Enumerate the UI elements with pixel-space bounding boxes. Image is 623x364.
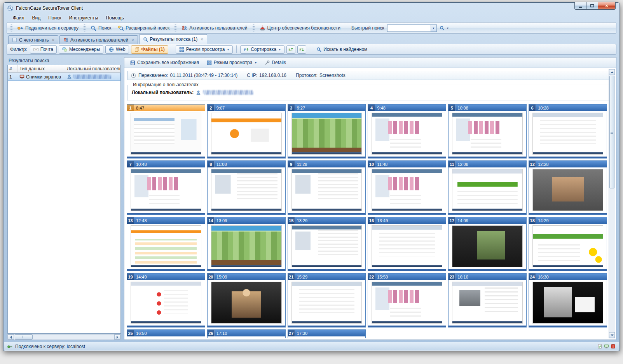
column-header-num[interactable]: #: [8, 65, 18, 72]
screenshot-thumbnail[interactable]: 17 14:09: [448, 217, 527, 271]
column-header-type[interactable]: Тип данных: [18, 65, 65, 72]
title-bar[interactable]: FalconGaze SecureTower Client ×: [3, 3, 620, 14]
screenshot-thumbnail[interactable]: 2 9:07: [207, 104, 286, 158]
screenshot-thumbnail[interactable]: 6 10:28: [529, 104, 607, 158]
filter-files-button[interactable]: Файлы (1): [131, 45, 168, 54]
thumbnail-header: 4 9:48: [368, 104, 446, 111]
connect-server-label: Подключиться к серверу: [25, 25, 79, 31]
screenshot-thumbnail[interactable]: 18 14:29: [529, 217, 607, 271]
screenshot-thumbnail[interactable]: 26 17:10: [207, 329, 286, 338]
screenshot-thumbnail[interactable]: 5 10:08: [448, 104, 527, 158]
toolbar-drag-handle[interactable]: [175, 24, 176, 31]
horizontal-scrollbar[interactable]: [7, 334, 121, 340]
advanced-search-button[interactable]: Расширенный поиск: [115, 24, 172, 32]
screenshot-thumbnail[interactable]: 23 16:10: [448, 273, 527, 327]
thumbnail-time: 13:49: [375, 218, 388, 223]
menu-item-search[interactable]: Поиск: [45, 14, 64, 21]
filter-web-button[interactable]: Web: [105, 45, 129, 54]
screenshot-thumbnail[interactable]: 7 10:48: [127, 160, 205, 215]
tab-getting-started[interactable]: С чего начать ×: [8, 35, 58, 44]
screenshot-thumbnail[interactable]: 19 14:49: [127, 273, 205, 327]
toolbar-drag-handle[interactable]: [253, 24, 255, 31]
toolbar-drag-handle[interactable]: [10, 24, 12, 31]
thumbnail-header: 23 16:10: [448, 273, 526, 280]
screenshot-thumbnail[interactable]: 22 15:50: [368, 273, 446, 327]
menu-item-view[interactable]: Вид: [29, 14, 44, 21]
sort-descending-button[interactable]: [297, 45, 306, 54]
tab-close-icon[interactable]: ×: [131, 38, 134, 42]
window-title: FalconGaze SecureTower Client: [16, 5, 83, 11]
search-button[interactable]: Поиск: [88, 24, 114, 32]
tab-close-icon[interactable]: ×: [52, 38, 54, 42]
scrollbar-thumb[interactable]: [15, 334, 33, 340]
table-row[interactable]: 1 Снимки экранов: [8, 73, 120, 81]
screenshot-thumbnail[interactable]: 20 15:09: [207, 273, 286, 327]
tab-user-activity[interactable]: Активность пользователей ×: [59, 35, 138, 44]
thumbnail-header: 7 10:48: [127, 161, 205, 167]
screenshot-thumbnail[interactable]: 21 15:29: [288, 273, 366, 327]
screenshot-thumbnail[interactable]: 10 11:48: [368, 160, 446, 215]
screenshot-thumbnail[interactable]: 27 17:30: [288, 329, 366, 338]
maximize-button[interactable]: [586, 2, 598, 10]
search-icon: [316, 47, 321, 52]
toolbar-drag-handle[interactable]: [84, 24, 86, 31]
screenshot-thumbnail[interactable]: 12 12:28: [529, 160, 607, 215]
menu-item-tools[interactable]: Инструменты: [66, 14, 101, 21]
user-activity-button[interactable]: Активность пользователей: [179, 24, 250, 32]
scroll-left-button[interactable]: [8, 334, 14, 340]
tab-close-icon[interactable]: ×: [201, 37, 203, 42]
protocol-label: Протокол:: [296, 73, 318, 78]
thumbnail-time: 9:27: [295, 106, 305, 110]
quick-search-go-button[interactable]: ▼: [438, 24, 451, 32]
vertical-scrollbar[interactable]: [609, 69, 615, 338]
thumbnail-header: 6 10:28: [529, 104, 607, 111]
sort-ascending-button[interactable]: [286, 45, 295, 54]
scrollbar-thumb[interactable]: [609, 76, 614, 188]
screenshot-thumbnail[interactable]: 14 13:09: [207, 217, 286, 271]
viewer-view-mode-button[interactable]: Режим просмотра ▼: [204, 59, 260, 66]
screenshot-thumbnail[interactable]: 11 12:08: [448, 160, 527, 215]
minimize-button[interactable]: [574, 2, 586, 10]
sorting-button[interactable]: Сортировка ▼: [240, 45, 284, 54]
thumbnail-header: 10 11:48: [368, 161, 446, 167]
filter-mail-button[interactable]: Почта: [30, 45, 57, 54]
toolbar-separator: [346, 24, 346, 32]
menu-item-help[interactable]: Помощь: [103, 14, 127, 21]
connect-server-button[interactable]: Подключиться к серверу: [15, 24, 81, 32]
security-center-button[interactable]: Центр обеспечения безопасности: [257, 24, 344, 32]
search-in-found-button[interactable]: Искать в найденном: [314, 45, 370, 53]
column-header-user[interactable]: Локальный пользователь: [65, 65, 120, 72]
save-icon: [130, 60, 135, 65]
thumbnail-time: 8:47: [134, 106, 144, 110]
thumbnail-image: [372, 169, 442, 211]
screenshot-thumbnail[interactable]: 8 11:08: [207, 160, 286, 215]
details-button[interactable]: Details: [262, 59, 289, 66]
user-activity-icon: [181, 25, 187, 31]
filter-messengers-button[interactable]: Мессенджеры: [59, 45, 103, 54]
tab-search-results[interactable]: Результаты поиска (1) ×: [139, 34, 207, 44]
screenshot-thumbnail[interactable]: 9 11:28: [288, 160, 366, 215]
scroll-down-button[interactable]: [609, 332, 615, 338]
screenshot-thumbnail[interactable]: 13 12:48: [127, 217, 205, 271]
screenshot-thumbnail[interactable]: 25 16:50: [127, 329, 205, 338]
tab-label: Результаты поиска (1): [150, 37, 198, 42]
screenshot-thumbnail[interactable]: 4 9:48: [368, 104, 446, 158]
search-icon: [143, 37, 148, 42]
close-button[interactable]: ×: [598, 2, 616, 10]
screenshot-thumbnail[interactable]: 3 9:27: [288, 104, 366, 158]
view-mode-button[interactable]: Режим просмотра ▼: [176, 45, 233, 54]
quick-search-dropdown-icon[interactable]: ▼: [431, 24, 437, 32]
scroll-up-button[interactable]: [609, 69, 615, 75]
save-all-images-button[interactable]: Сохранить все изображения: [127, 59, 202, 66]
scroll-right-button[interactable]: [114, 334, 120, 340]
screenshot-thumbnail[interactable]: 24 16:30: [529, 273, 607, 327]
screenshot-thumbnail[interactable]: 15 13:29: [288, 217, 366, 271]
screenshot-thumbnail[interactable]: 1 8:47: [127, 104, 205, 158]
thumbnail-number: 27: [288, 330, 295, 336]
security-center-icon: [260, 25, 265, 31]
quick-search-input[interactable]: [387, 24, 431, 32]
filter-mail-label: Почта: [40, 47, 53, 52]
screenshot-thumbnail[interactable]: 16 13:49: [368, 217, 446, 271]
menu-item-file[interactable]: Файл: [10, 14, 28, 21]
menu-bar: Файл Вид Поиск Инструменты Помощь: [3, 14, 620, 22]
